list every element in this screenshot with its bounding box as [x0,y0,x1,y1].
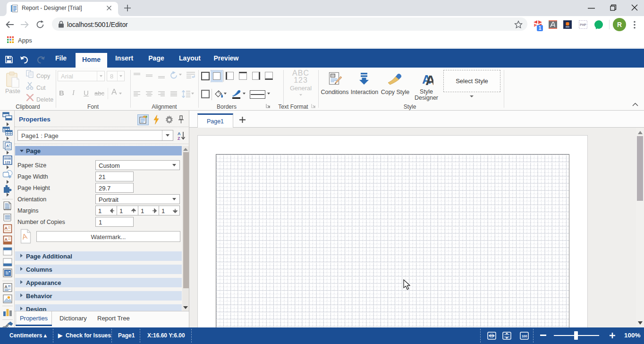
svg-text:1: 1 [539,26,542,31]
svg-text:A: A [6,144,9,148]
svg-text:A: A [425,72,433,86]
svg-text:Z: Z [178,136,180,141]
svg-text:PHP: PHP [580,23,586,26]
svg-text:A: A [5,226,8,231]
svg-text:100: 100 [522,335,527,338]
svg-text:123: 123 [5,161,10,164]
svg-text:A: A [5,284,8,289]
svg-text:A: A [5,237,8,242]
svg-text:A: A [178,131,181,136]
